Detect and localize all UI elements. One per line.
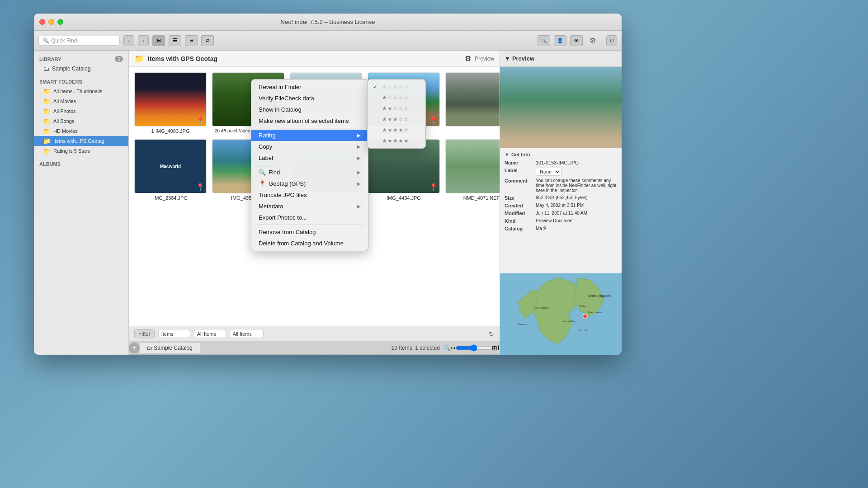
photo-item-6[interactable]: Macworld 📍 IMG_2384.JPG <box>134 139 207 201</box>
back-button[interactable]: ‹ <box>123 35 134 46</box>
rating-item-5[interactable]: ★★★★★ <box>368 136 425 146</box>
info-modified-row: Modified Jun 11, 2007 at 11:40 AM <box>505 211 617 216</box>
sidebar-item-label: Items with...PS Geotag <box>53 138 104 144</box>
sidebar-item-all-songs[interactable]: 📁 All Songs <box>34 116 128 126</box>
folder-icon-5: 📁 <box>43 127 51 135</box>
preview-map: United Kingdom Belfast Isle of Man Eire … <box>500 273 622 355</box>
menu-item-rating[interactable]: Rating ▶ <box>251 130 368 141</box>
rating-item-2[interactable]: ★★☆☆☆ <box>368 103 425 114</box>
menu-item-copy[interactable]: Copy ▶ <box>251 141 368 152</box>
svg-text:United Kingdom: United Kingdom <box>588 294 611 298</box>
preview-toggle-label[interactable]: Preview <box>475 56 494 62</box>
filter-icon: ⚙ <box>465 54 471 63</box>
label-select[interactable]: None <box>536 168 561 176</box>
filter-select-2[interactable]: All Items <box>194 330 226 338</box>
created-label: Created <box>505 203 534 208</box>
modified-label: Modified <box>505 211 534 216</box>
forward-button[interactable]: › <box>138 35 149 46</box>
grid-icon[interactable]: ⊞ <box>492 344 497 352</box>
kind-label: Kind <box>505 218 534 224</box>
rating-item-4[interactable]: ★★★★☆ <box>368 125 425 136</box>
sidebar-item-sample-catalog[interactable]: 🗂 Sample Catalog <box>34 64 128 74</box>
preview-panel: ▼ Preview ▼ Get Info Name 101-0153-IMG.J… <box>500 51 622 355</box>
search-box[interactable]: 🔍 Quick Find <box>38 36 120 46</box>
photo-thumb-6: Macworld 📍 <box>134 139 207 193</box>
zoom-slider[interactable] <box>456 344 492 352</box>
grid-view-button[interactable]: ⊞ <box>152 35 165 46</box>
panel-header: 📁 Items with GPS Geotag ⚙ Preview <box>129 51 500 67</box>
eye-button[interactable]: 👁 <box>570 35 583 46</box>
name-label: Name <box>505 160 534 165</box>
add-catalog-button[interactable]: + <box>129 343 140 353</box>
fullscreen-button[interactable] <box>57 19 63 25</box>
gps-badge-1: 📍 <box>196 116 205 125</box>
find-arrow: ▶ <box>357 170 361 175</box>
svg-text:Isle of Man: Isle of Man <box>563 320 576 323</box>
refresh-icon[interactable]: ↻ <box>489 330 494 338</box>
sidebar-item-hd-movies[interactable]: 📁 HD Movies <box>34 126 128 136</box>
truncate-jpg-label: Truncate JPG files <box>259 192 307 198</box>
sidebar-item-rating-5-stars[interactable]: 📁 Rating is 5 Stars <box>34 146 128 156</box>
photo-name-1: 1 IMG_4083.JPG <box>151 128 190 134</box>
menu-item-label[interactable]: Label ▶ <box>251 152 368 164</box>
rating-item-3[interactable]: ★★★☆☆ <box>368 114 425 125</box>
photo-item-10[interactable]: 📍 NMD_4071.NEF <box>445 139 500 201</box>
photo-item-5[interactable] <box>445 72 500 134</box>
menu-item-show-catalog[interactable]: Show in Catalog <box>251 104 368 115</box>
sidebar-item-all-photos[interactable]: 📁 All Photos <box>34 106 128 116</box>
sidebar-item-label: All Items...Thumbnails <box>53 89 102 94</box>
folder-icon-7: 📁 <box>43 147 51 155</box>
menu-item-verify-filecheck[interactable]: Verify FileCheck data <box>251 93 368 104</box>
menu-item-reveal-finder[interactable]: Reveal in Finder <box>251 81 368 93</box>
photo-name-9: IMG_4434.JPG <box>387 195 421 201</box>
menu-item-remove-catalog[interactable]: Remove from Catalog <box>251 226 368 238</box>
rating-label: Rating <box>259 132 276 139</box>
menu-item-truncate-jpg[interactable]: Truncate JPG files <box>251 189 368 201</box>
menu-item-export-photos[interactable]: Export Photos to... <box>251 212 368 223</box>
get-info-title: ▼ Get Info <box>505 152 617 157</box>
reveal-finder-label: Reveal in Finder <box>259 84 302 90</box>
preview-image <box>500 67 622 148</box>
sidebar-item-all-movies[interactable]: 📁 All Movies <box>34 96 128 106</box>
rating-stars-2: ★★☆☆☆ <box>382 105 409 112</box>
sidebar-item-all-items-thumbnails[interactable]: 📁 All Items...Thumbnails <box>34 86 128 96</box>
expand-button[interactable]: ⊡ <box>606 35 617 46</box>
catalog-tab[interactable]: 🗂 Sample Catalog <box>140 343 200 353</box>
context-menu: Reveal in Finder Verify FileCheck data S… <box>251 79 368 251</box>
menu-separator-2 <box>255 165 364 165</box>
search-button[interactable]: 🔍 <box>538 35 550 46</box>
rating-item-0[interactable]: ✓ ☆☆☆☆☆ <box>368 81 425 92</box>
preview-label: Preview <box>512 55 534 62</box>
filter-select-1[interactable]: Items All Items <box>158 330 190 338</box>
menu-item-geotag[interactable]: 📍 Geotag (GPS) ▶ <box>251 178 368 189</box>
catalog-tab-label: Sample Catalog <box>154 345 192 351</box>
filter-select-3[interactable]: All Items AIL Items <box>230 330 264 338</box>
user-button[interactable]: 👤 <box>554 35 566 46</box>
search-placeholder: Quick Find <box>51 38 77 44</box>
menu-item-find[interactable]: 🔍 Find ▶ <box>251 167 368 178</box>
settings-button[interactable]: ⚙ <box>586 34 599 47</box>
metadata-label: Metadata <box>259 203 283 210</box>
close-button[interactable] <box>39 19 45 25</box>
menu-item-make-album[interactable]: Make new album of selected items <box>251 115 368 127</box>
svg-text:Belfast: Belfast <box>579 305 588 308</box>
info-size-row: Size 652.4 KB (652,450 Bytes) <box>505 195 617 201</box>
cover-view-button[interactable]: ⧉ <box>201 35 214 46</box>
rating-item-1[interactable]: ★☆☆☆☆ <box>368 92 425 103</box>
list-view-button[interactable]: ☰ <box>169 35 181 46</box>
column-view-button[interactable]: ⊟ <box>185 35 198 46</box>
folder-icon-4: 📁 <box>43 117 51 125</box>
sidebar: LIBRARY 1 🗂 Sample Catalog SMART FOLDERS… <box>34 51 129 355</box>
photo-item-1[interactable]: 📍 1 IMG_4083.JPG <box>134 72 207 134</box>
menu-item-delete-catalog-volume[interactable]: Delete from Catalog and Volume <box>251 238 368 249</box>
menu-item-metadata[interactable]: Metadata ▶ <box>251 201 368 212</box>
collapse-icon: ▼ <box>505 55 510 62</box>
info-label-row: Label None <box>505 168 617 176</box>
minimize-button[interactable] <box>48 19 54 25</box>
info-comment-row: Comment You can change these comments an… <box>505 178 617 193</box>
filter-button[interactable]: Filter <box>134 329 155 338</box>
geotag-pin-icon: 📍 <box>259 180 266 187</box>
sidebar-item-items-gps-geotag[interactable]: 📁 Items with...PS Geotag <box>34 136 128 146</box>
sidebar-item-label: HD Movies <box>53 128 78 134</box>
make-album-label: Make new album of selected items <box>259 117 349 124</box>
